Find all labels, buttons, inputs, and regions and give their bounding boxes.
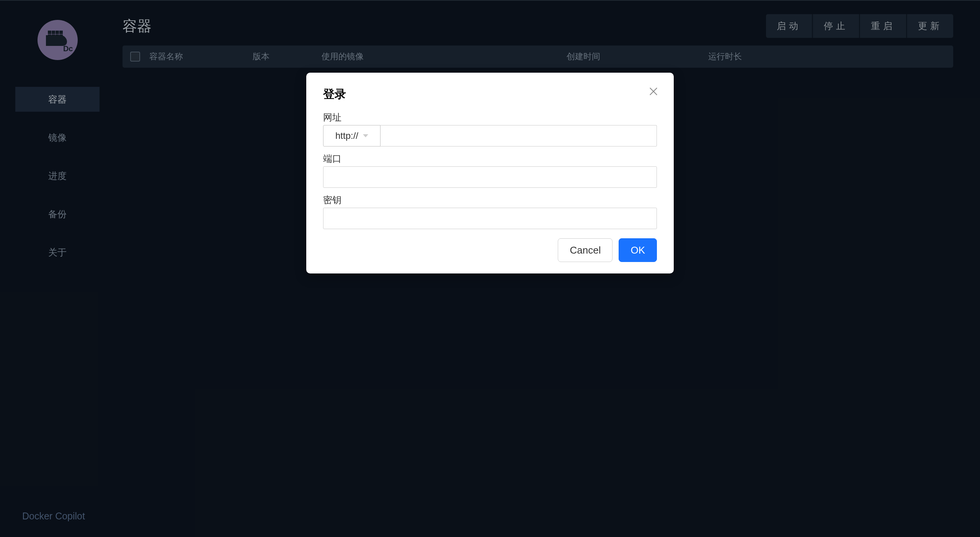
modal-title: 登录 xyxy=(323,86,657,102)
chevron-down-icon xyxy=(363,134,368,137)
port-label: 端口 xyxy=(323,153,657,165)
close-icon[interactable] xyxy=(648,86,658,96)
port-row xyxy=(323,166,657,188)
ok-button[interactable]: OK xyxy=(619,238,657,262)
protocol-value: http:// xyxy=(335,130,358,141)
login-modal: 登录 网址 http:// 端口 密钥 Cancel OK xyxy=(306,73,674,273)
port-input[interactable] xyxy=(323,166,657,188)
modal-footer: Cancel OK xyxy=(323,238,657,262)
protocol-select[interactable]: http:// xyxy=(323,125,381,146)
modal-overlay[interactable]: 登录 网址 http:// 端口 密钥 Cancel OK xyxy=(0,0,980,537)
url-row: http:// xyxy=(323,125,657,146)
key-input[interactable] xyxy=(323,208,657,229)
url-label: 网址 xyxy=(323,111,657,124)
cancel-button[interactable]: Cancel xyxy=(558,238,612,262)
url-input[interactable] xyxy=(381,125,657,146)
key-label: 密钥 xyxy=(323,194,657,206)
key-row xyxy=(323,208,657,229)
